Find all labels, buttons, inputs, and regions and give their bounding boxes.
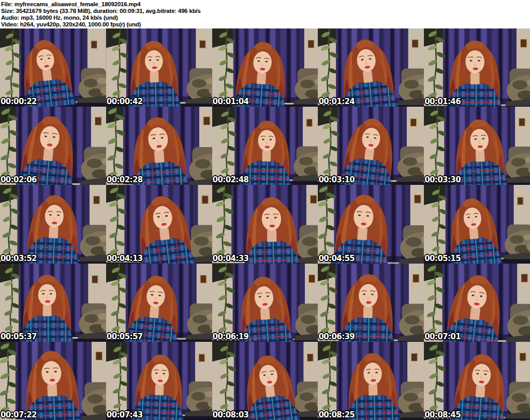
thumbnail-cell: 00:01:04	[212, 28, 318, 107]
thumbnail-cell: 00:05:57	[106, 264, 212, 342]
neck	[265, 385, 275, 397]
webcam-frame-art	[106, 264, 212, 342]
webcam-frame-art	[212, 185, 318, 263]
neck	[363, 71, 373, 83]
webcam-frame-art	[106, 185, 212, 263]
timestamp-label: 00:08:25	[318, 410, 355, 419]
picture-frame	[203, 117, 210, 125]
thumbnail-cell: 00:02:28	[106, 107, 212, 185]
webcam-frame-art	[0, 28, 106, 107]
picture-frame	[519, 119, 525, 126]
thumbnail-cell: 00:04:55	[318, 185, 424, 263]
thumbnail-cell: 00:03:10	[318, 107, 424, 185]
timestamp-label: 00:00:22	[1, 97, 37, 106]
picture-frame	[94, 196, 100, 204]
thumbnail-cell: 00:00:22	[0, 28, 106, 107]
webcam-frame-art	[106, 107, 212, 185]
timestamp-label: 00:03:30	[424, 175, 461, 184]
picture-frame	[411, 353, 418, 361]
neck	[256, 73, 266, 84]
neck	[363, 306, 373, 318]
thumbnail-cell: 00:07:22	[0, 342, 106, 420]
webcam-frame-art	[212, 107, 318, 185]
file-info-line-audio: Audio: mp3, 16000 Hz, mono, 24 kb/s (und…	[1, 15, 530, 21]
picture-frame	[91, 41, 97, 48]
thumbnail-cell: 00:08:03	[212, 342, 318, 420]
timestamp-label: 00:01:46	[424, 97, 461, 106]
timestamp-label: 00:02:48	[213, 175, 249, 184]
timestamp-label: 00:06:39	[318, 332, 355, 341]
thumbnail-grid: 00:00:22	[0, 28, 530, 420]
picture-frame	[310, 195, 316, 204]
file-info-line-video: Video: h264, yuv420p, 320x240, 1000.00 f…	[1, 21, 530, 28]
webcam-frame-art	[106, 342, 212, 420]
thumbnail-cell: 00:07:43	[106, 342, 212, 420]
neck	[150, 71, 158, 82]
picture-frame	[412, 40, 418, 48]
neck	[364, 149, 374, 161]
timestamp-label: 00:07:22	[1, 410, 37, 419]
thumbnail-cell: 00:07:01	[424, 264, 530, 342]
thumbnail-cell: 00:01:24	[318, 28, 424, 107]
webcam-frame-art	[424, 28, 530, 107]
picture-frame	[308, 274, 315, 282]
timestamp-label: 00:01:04	[213, 97, 249, 106]
thumbnail-cell: 00:05:15	[424, 185, 530, 263]
timestamp-label: 00:07:43	[107, 410, 143, 419]
thumbnail-cell: 00:02:48	[212, 107, 318, 185]
neck	[260, 308, 270, 320]
timestamp-label: 00:01:24	[318, 97, 355, 106]
thumbnail-cell: 00:05:37	[0, 264, 106, 342]
webcam-frame-art	[0, 342, 106, 420]
webcam-frame-art	[0, 185, 106, 263]
thumbnail-cell: 00:01:46	[424, 28, 530, 107]
timestamp-label: 00:08:45	[424, 410, 461, 419]
neck	[42, 69, 52, 81]
picture-frame	[307, 354, 313, 361]
timestamp-label: 00:06:19	[213, 332, 249, 341]
neck	[476, 385, 485, 397]
timestamp-label: 00:02:28	[107, 175, 143, 184]
thumbnail-cell: 00:03:52	[0, 185, 106, 263]
neck	[149, 306, 159, 318]
picture-frame	[413, 274, 419, 282]
picture-frame	[96, 352, 102, 360]
timestamp-label: 00:04:13	[107, 254, 143, 263]
neck	[470, 73, 480, 84]
timestamp-label: 00:03:10	[318, 175, 355, 184]
picture-frame	[518, 197, 523, 205]
thumbnail-cell: 00:06:19	[212, 264, 318, 342]
webcam-frame-art	[0, 264, 106, 342]
neck	[476, 150, 485, 162]
neck	[47, 384, 57, 396]
thumbnail-cell: 00:08:45	[424, 342, 530, 420]
timestamp-label: 00:08:03	[213, 410, 249, 419]
webcam-frame-art	[212, 28, 318, 107]
picture-frame	[199, 354, 204, 361]
webcam-frame-art	[318, 107, 424, 185]
neck	[43, 149, 53, 161]
neck	[154, 150, 165, 163]
picture-frame	[415, 195, 421, 204]
neck	[155, 384, 164, 395]
picture-frame	[520, 353, 526, 360]
webcam-frame-art	[106, 28, 212, 107]
neck	[470, 307, 481, 320]
neck	[49, 227, 58, 239]
thumbnail-cell: 00:08:25	[318, 342, 424, 420]
thumbnail-cell: 00:03:30	[424, 107, 530, 185]
file-info-line-size: Size: 35421679 bytes (33.78 MiB), durati…	[1, 8, 530, 15]
picture-frame	[202, 196, 208, 204]
webcam-frame-art	[424, 107, 530, 185]
timestamp-label: 00:02:06	[1, 175, 37, 184]
timestamp-label: 00:04:55	[318, 254, 355, 263]
webcam-frame-art	[424, 264, 530, 342]
timestamp-label: 00:00:42	[107, 97, 143, 106]
picture-frame	[521, 274, 527, 282]
webcam-frame-art	[318, 185, 424, 263]
picture-frame	[95, 117, 101, 125]
thumbnail-cell: 00:06:39	[318, 264, 424, 342]
webcam-frame-art	[424, 185, 530, 263]
picture-frame	[521, 39, 527, 48]
picture-frame	[410, 119, 417, 126]
